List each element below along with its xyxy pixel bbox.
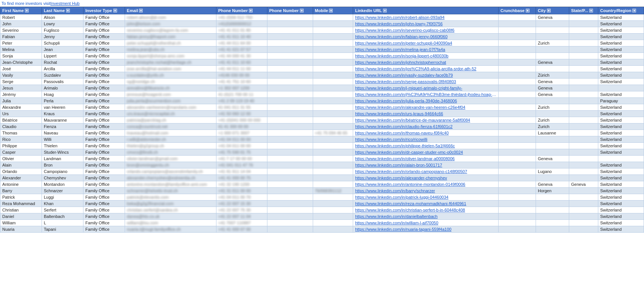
cell-investor_type: Family Office [83, 143, 125, 149]
table-row: RicoWilliFamily Officer.willi@aldomieder… [0, 136, 644, 143]
column-header-last_name[interactable]: Last Name▼ [42, 7, 83, 14]
cell-linkedin[interactable]: https://www.linkedin.com/in/barry/schnar… [353, 188, 499, 194]
cell-last_name: Landman [42, 156, 83, 162]
cell-linkedin[interactable]: https://www.linkedin.com/in/dr-casper-st… [353, 149, 499, 156]
cell-linkedin[interactable]: https://www.linkedin.com/in/severino-cug… [353, 27, 499, 34]
filter-icon-phone2[interactable]: ▼ [300, 9, 304, 12]
filter-icon-phone1[interactable]: ▼ [249, 9, 253, 12]
column-header-email[interactable]: Email▼ [125, 7, 216, 14]
cell-city: Zürich [536, 72, 569, 79]
column-header-first_name[interactable]: First Name▼ [0, 7, 42, 14]
cell-mobile [313, 156, 353, 162]
cell-last_name: Naveau [42, 130, 83, 136]
filter-icon-country[interactable]: ▼ [632, 9, 636, 12]
column-header-investor_type[interactable]: Investor Type▼ [83, 7, 125, 14]
cell-state [569, 21, 598, 27]
cell-crunchbase [499, 104, 536, 111]
cell-linkedin[interactable]: https://www.linkedin.com/in/vasily-suzda… [353, 72, 499, 79]
cell-linkedin[interactable]: https://www.linkedin.com/in/alain-bron-5… [353, 162, 499, 168]
column-header-crunchbase[interactable]: Crunchbase▼ [499, 7, 536, 14]
cell-linkedin[interactable]: https://www.linkedin.com/in/nuaria-tapan… [353, 226, 499, 233]
cell-country: Switzerland [598, 79, 644, 85]
cell-linkedin[interactable]: https://www.linkedin.com/in/orlando-camp… [353, 168, 499, 175]
filter-icon-linkedin[interactable]: ▼ [383, 9, 387, 12]
filter-icon-city[interactable]: ▼ [547, 9, 551, 12]
table-wrapper: First Name▼Last Name▼Investor Type▼Email… [0, 7, 644, 281]
table-row: Alexandrevan HeerenFamily Officealexandr… [0, 104, 644, 111]
cell-investor_type: Family Office [83, 175, 125, 181]
cell-linkedin[interactable]: https://www.linkedin.com/in/urs-kraus-94… [353, 111, 499, 117]
cell-linkedin[interactable]: https://www.linkedin.com/in/thomas-naveu… [353, 130, 499, 136]
cell-linkedin[interactable]: https://www.linkedin.com/in/johnchristop… [353, 59, 499, 66]
cell-linkedin[interactable]: https://www.linkedin.com/in/j-migueri-ar… [353, 85, 499, 91]
cell-state [569, 213, 598, 220]
cell-email: antonine.montandon@familyoffice-amt.com [125, 181, 216, 188]
cell-email: r.willi@aldomieder.ch [125, 136, 216, 143]
cell-state [569, 168, 598, 175]
filter-icon-email[interactable]: ▼ [139, 9, 143, 12]
cell-country: Switzerland [598, 117, 644, 124]
cell-linkedin[interactable]: https://www.linkedin.com/in/robert-aliso… [353, 14, 499, 21]
column-header-mobile[interactable]: Mobile▼ [313, 7, 353, 14]
cell-linkedin[interactable]: https://www.linkedin.com/in/christian-se… [353, 207, 499, 213]
table-row: CasperStuder-WincsFamily Officecmvcs@fin… [0, 149, 644, 156]
cell-phone1: +41 41 021 07 57 [216, 46, 267, 53]
cell-mobile [313, 53, 353, 59]
cell-first_name: Nuaria [0, 226, 42, 233]
cell-crunchbase [499, 181, 536, 188]
column-header-city[interactable]: City▼ [536, 7, 569, 14]
cell-last_name: Jean [42, 46, 83, 53]
filter-icon-first_name[interactable]: ▼ [25, 9, 29, 12]
investment-hub-link[interactable]: Investment Hub [51, 1, 80, 6]
cell-phone2 [267, 149, 313, 156]
filter-icon-state[interactable]: ▼ [589, 9, 593, 12]
cell-linkedin[interactable]: https://www.linkedin.com/in/patrick-lugg… [353, 194, 499, 201]
column-header-country[interactable]: Country/Region▼ [598, 7, 644, 14]
cell-linkedin[interactable]: https://www.linkedin.com/in/oliver-landm… [353, 156, 499, 162]
cell-linkedin[interactable]: https://www.linkedin.com/in/peter-schupp… [353, 40, 499, 46]
cell-state [569, 162, 598, 168]
column-header-state[interactable]: State/P...▼ [569, 7, 598, 14]
cell-linkedin[interactable]: https://www.linkedin.com/in/sonja-lipper… [353, 53, 499, 59]
cell-crunchbase [499, 168, 536, 175]
cell-phone2 [267, 168, 313, 175]
cell-linkedin[interactable]: https://www.linkedin.com/in/reza-mohamma… [353, 201, 499, 207]
cell-linkedin[interactable]: https://www.linkedin.com/in/serge-passov… [353, 79, 499, 85]
cell-linkedin[interactable]: https://www.linkedin.com/in/béatrice-de-… [353, 117, 499, 124]
cell-linkedin[interactable]: https://www.linkedin.com/in/rico/ricowil… [353, 136, 499, 143]
cell-linkedin[interactable]: https://www.linkedin.com/in/j%C3%A9r%C3%… [353, 91, 499, 98]
cell-email: julia.perla@scurmention.com [125, 98, 216, 104]
cell-country: Switzerland [598, 27, 644, 34]
cell-linkedin[interactable]: https://www.linkedin.com/in/melina-jean-… [353, 46, 499, 53]
cell-phone1: +41 22 007 75 30 [216, 207, 267, 213]
cell-investor_type: Family Office [83, 72, 125, 79]
column-header-phone2[interactable]: Phone Number▼ [267, 7, 313, 14]
column-header-linkedin[interactable]: LinkedIn URL▼ [353, 7, 499, 14]
filter-icon-investor_type[interactable]: ▼ [113, 9, 117, 12]
cell-linkedin[interactable]: https://www.linkedin.com/in/antonine-mon… [353, 181, 499, 188]
cell-linkedin[interactable]: https://www.linkedin.com/in/danielbalten… [353, 213, 499, 220]
cell-linkedin[interactable]: https://www.linkedin.com/in/jos%C3%A9-al… [353, 66, 499, 72]
table-row: RobertAlisonFamily Officerobert.alison@j… [0, 14, 644, 21]
table-row: PeterSchuppliFamily Officepeter.schuppli… [0, 40, 644, 46]
cell-first_name: Urs [0, 111, 42, 117]
filter-icon-last_name[interactable]: ▼ [66, 9, 70, 12]
cell-linkedin[interactable]: https://www.linkedin.com/in/julia-perla-… [353, 98, 499, 104]
cell-phone2 [267, 194, 313, 201]
cell-last_name: Montandon [42, 181, 83, 188]
cell-linkedin[interactable]: https://www.linkedin.com/in/claudio-fien… [353, 124, 499, 130]
column-header-phone1[interactable]: Phone Number▼ [216, 7, 267, 14]
cell-linkedin[interactable]: https://www.linkedin.com/in/john-lowry-7… [353, 21, 499, 27]
cell-phone2 [267, 104, 313, 111]
cell-linkedin[interactable]: https://www.linkedin.com/in/alexandre-va… [353, 104, 499, 111]
cell-investor_type: Family Office [83, 124, 125, 130]
cell-linkedin[interactable]: https://www.linkedin.com/in/philippe-thi… [353, 143, 499, 149]
cell-linkedin[interactable]: https://www.linkedin.com/in/alexander-ch… [353, 175, 499, 181]
cell-state [569, 136, 598, 143]
cell-linkedin[interactable]: https://www.linkedin.com/in/fabian-jenny… [353, 34, 499, 40]
filter-icon-mobile[interactable]: ▼ [329, 9, 333, 12]
cell-first_name: Severino [0, 27, 42, 34]
cell-last_name: Tapani [42, 226, 83, 233]
cell-linkedin[interactable]: https://www.linkedin.com/in/william-l-ai… [353, 220, 499, 226]
filter-icon-crunchbase[interactable]: ▼ [526, 9, 530, 12]
